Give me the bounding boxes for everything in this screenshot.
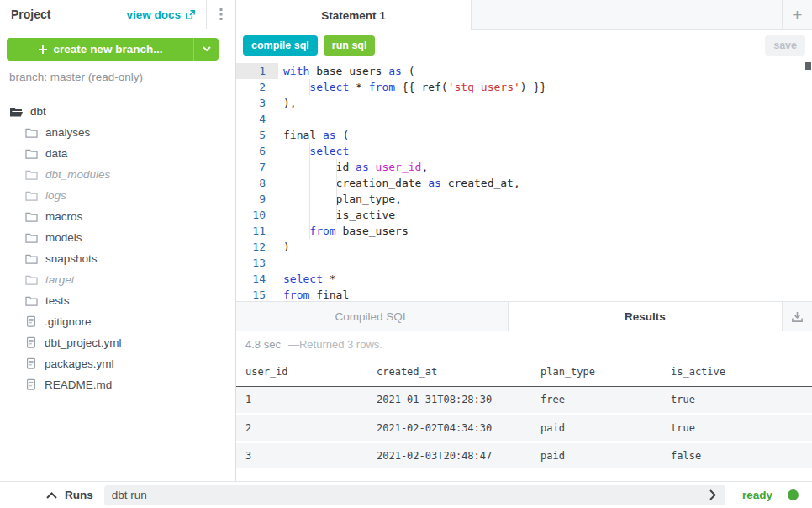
editor-scrollbar-thumb[interactable] [805,62,811,70]
connection-status: ready [742,489,772,501]
indent-guide [309,191,310,207]
code-line[interactable]: select * [278,271,812,287]
folder-icon [25,148,38,159]
tree-folder-logs[interactable]: logs [0,185,235,206]
code-line[interactable]: is_active [278,207,812,223]
code-line[interactable]: select [278,143,812,159]
tree-file-dbt_project.yml[interactable]: dbt_project.yml [0,332,235,353]
tree-item-label: logs [45,189,66,202]
line-number: 10 [236,207,278,223]
create-branch-button[interactable]: create new branch... [7,38,219,61]
table-cell: 2 [236,414,367,442]
table-cell: false [662,442,812,469]
line-number: 9 [236,191,278,207]
result-meta: 4.8 sec —Returned 3 rows. [236,331,812,357]
sidebar: Project view docs create new branch... [0,0,236,481]
table-cell: 2021-02-02T04:34:30 [367,414,531,442]
chevron-up-icon[interactable] [46,492,57,499]
table-cell: 1 [236,386,367,414]
indent-guide [309,223,310,239]
tree-folder-snapshots[interactable]: snapshots [0,248,235,269]
tree-folder-tests[interactable]: tests [0,290,235,311]
external-link-icon [185,9,196,20]
tab-statement-1[interactable]: Statement 1 [236,0,472,30]
line-number: 14 [236,271,278,287]
tree-folder-dbt_modules[interactable]: dbt_modules [0,164,235,185]
column-header-created_at: created_at [367,357,531,386]
plus-icon [38,45,48,55]
download-results-button[interactable] [782,302,812,331]
editor-code[interactable]: with base_users as ( select * from {{ re… [278,63,812,301]
tree-folder-analyses[interactable]: analyses [0,122,235,143]
tree-item-label: snapshots [45,252,98,265]
tree-folder-data[interactable]: data [0,143,235,164]
code-line[interactable]: select * from {{ ref('stg_users') }} [278,79,812,95]
folder-icon [25,295,38,306]
results-header-row: user_idcreated_atplan_typeis_active [236,357,812,386]
table-cell: 2021-01-31T08:28:30 [367,386,531,414]
results-body: 12021-01-31T08:28:30freetrue22021-02-02T… [236,386,812,469]
chevron-right-icon [709,489,716,500]
tree-file-README.md[interactable]: README.md [0,374,235,395]
tab-results[interactable]: Results [509,302,782,331]
table-cell: true [662,386,812,414]
column-header-is_active: is_active [662,357,812,386]
tree-root-dbt[interactable]: dbt [0,101,235,122]
code-line[interactable] [278,255,812,271]
indent-guide [336,207,337,223]
code-line[interactable]: from final [278,287,812,301]
new-statement-tab-button[interactable]: + [782,0,812,29]
code-line[interactable]: from base_users [278,223,812,239]
tree-file-packages.yml[interactable]: packages.yml [0,353,235,374]
table-cell: paid [531,442,662,469]
folder-icon [25,190,38,201]
code-line[interactable]: ), [278,95,812,111]
tree-file-.gitignore[interactable]: .gitignore [0,311,235,332]
table-cell: true [662,414,812,442]
line-number: 6 [236,143,278,159]
code-line[interactable]: with base_users as ( [278,63,812,79]
code-line[interactable]: ) [278,239,812,255]
sql-editor[interactable]: 123456789101112131415 with base_users as… [236,61,812,301]
rows-returned: —Returned 3 rows. [288,338,382,351]
tree-folder-target[interactable]: target [0,269,235,290]
table-cell: paid [531,414,662,442]
line-number: 2 [236,79,278,95]
tree-item-label: dbt [30,105,46,118]
column-header-user_id: user_id [236,357,367,386]
runs-command-input[interactable] [104,489,700,501]
indent-guide [309,143,310,159]
file-icon [25,315,37,328]
chevron-down-icon [203,46,211,52]
create-branch-main: create new branch... [7,43,193,56]
runs-submit-button[interactable] [700,489,725,500]
indent-guide [309,79,310,95]
code-line[interactable] [278,111,812,127]
tree-item-label: data [45,147,67,160]
code-line[interactable]: final as ( [278,127,812,143]
tree-folder-models[interactable]: models [0,227,235,248]
sidebar-menu-button[interactable] [206,0,235,29]
run-sql-button[interactable]: run sql [324,35,376,56]
branch-dropdown-caret[interactable] [193,38,219,61]
compile-sql-button[interactable]: compile sql [243,35,318,56]
runs-bar: Runs ready [0,481,812,508]
view-docs-link[interactable]: view docs [126,8,206,21]
code-line[interactable]: plan_type, [278,191,812,207]
code-line[interactable]: id as user_id, [278,159,812,175]
save-button[interactable]: save [765,35,805,56]
table-cell: 3 [236,442,367,469]
file-tree: dbtanalysesdatadbt_moduleslogsmacrosmode… [0,101,235,395]
line-number: 13 [236,255,278,271]
code-line[interactable]: creation_date as created_at, [278,175,812,191]
tree-folder-macros[interactable]: macros [0,206,235,227]
indent-guide [309,207,310,223]
line-number: 4 [236,111,278,127]
main-pane: Statement 1 + compile sql run sql save 1… [236,0,812,481]
view-docs-label: view docs [126,8,181,21]
content-area: Project view docs create new branch... [0,0,812,481]
line-number: 11 [236,223,278,239]
download-icon [791,310,804,323]
file-icon [25,378,37,391]
tab-compiled-sql[interactable]: Compiled SQL [236,302,509,331]
